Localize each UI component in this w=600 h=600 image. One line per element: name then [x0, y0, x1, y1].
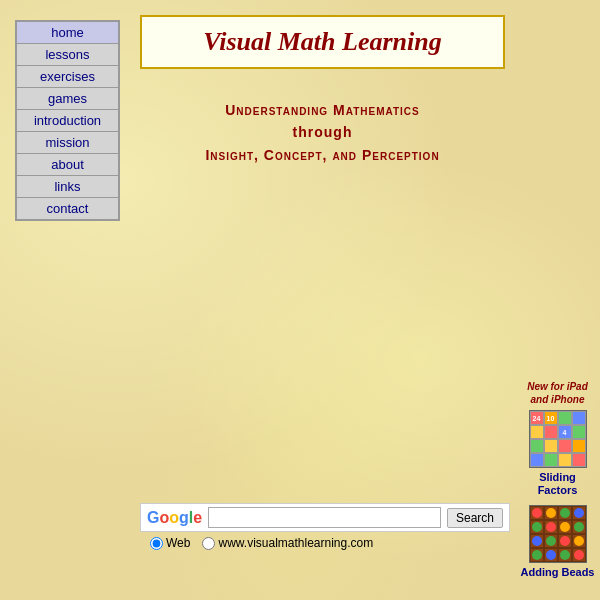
nav-contact[interactable]: contact: [17, 198, 118, 219]
right-sidebar: New for iPad and iPhone 24 10 4 SlidingF…: [520, 380, 595, 588]
main-content: Visual Math Learning Understanding Mathe…: [140, 15, 585, 585]
nav-mission[interactable]: mission: [17, 132, 118, 154]
subtitle-line1: Understanding Mathematics: [140, 99, 505, 121]
search-button[interactable]: Search: [447, 508, 503, 528]
subtitle-line2: through: [140, 121, 505, 143]
search-area: Google Search Web www.visualmathlearning…: [140, 503, 510, 550]
subtitle-block: Understanding Mathematics through Insigh…: [140, 99, 505, 166]
nav-links[interactable]: links: [17, 176, 118, 198]
search-bar: Google Search: [140, 503, 510, 532]
sliding-factors-icon[interactable]: 24 10 4: [529, 410, 587, 468]
nav-exercises[interactable]: exercises: [17, 66, 118, 88]
sliding-factors-label: SlidingFactors: [520, 471, 595, 497]
title-box: Visual Math Learning: [140, 15, 505, 69]
radio-web-input[interactable]: [150, 537, 163, 550]
radio-site[interactable]: www.visualmathlearning.com: [202, 536, 373, 550]
new-for-label: New for iPad and iPhone: [520, 380, 595, 406]
radio-site-input[interactable]: [202, 537, 215, 550]
nav-games[interactable]: games: [17, 88, 118, 110]
page-title: Visual Math Learning: [162, 27, 483, 57]
radio-web-label: Web: [166, 536, 190, 550]
adding-beads-label: Adding Beads: [520, 566, 595, 579]
navigation-sidebar: home lessons exercises games introductio…: [15, 20, 120, 221]
radio-site-label: www.visualmathlearning.com: [218, 536, 373, 550]
radio-web[interactable]: Web: [150, 536, 190, 550]
radio-options: Web www.visualmathlearning.com: [140, 536, 510, 550]
nav-lessons[interactable]: lessons: [17, 44, 118, 66]
nav-introduction[interactable]: introduction: [17, 110, 118, 132]
google-logo: Google: [147, 509, 202, 527]
nav-home[interactable]: home: [17, 22, 118, 44]
subtitle-line3: Insight, Concept, and Perception: [140, 144, 505, 166]
nav-about[interactable]: about: [17, 154, 118, 176]
adding-beads-icon[interactable]: [529, 505, 587, 563]
search-input[interactable]: [208, 507, 441, 528]
